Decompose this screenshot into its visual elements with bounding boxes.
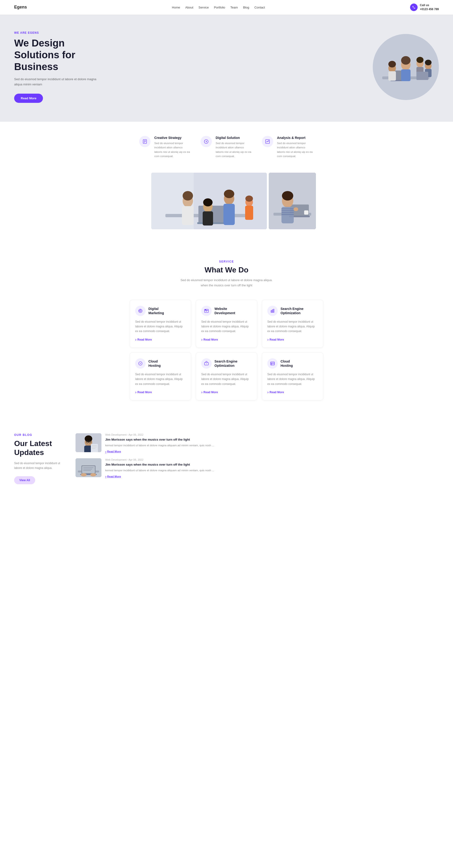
hero-content: WE ARE EGENS We Design Solutions for Bus… bbox=[14, 31, 104, 103]
svg-rect-49 bbox=[304, 210, 308, 215]
nav-logo[interactable]: Egens bbox=[14, 5, 27, 10]
service-card-header-5: Search EngineOptimization bbox=[201, 358, 252, 369]
blog-post-1-description: kemod tempor incididunt ut labore et dol… bbox=[105, 443, 214, 447]
cloud-hosting-icon bbox=[135, 358, 146, 369]
features-section: Creative Strategy Sed do eiusmod tempor … bbox=[0, 122, 453, 173]
services-grid: DigitalMarketing Sed do eiusmod tempor i… bbox=[130, 300, 323, 400]
service-card-header-3: Search EngineOptimization bbox=[267, 306, 318, 316]
service-name-2: WebsiteDevelopment bbox=[214, 307, 235, 315]
hero-image bbox=[373, 34, 439, 100]
seo-icon-2 bbox=[201, 358, 212, 369]
service-title: What We Do bbox=[14, 266, 439, 274]
blog-left-content: OUR BLOG Our Latest Updates Sed do eiusm… bbox=[14, 433, 66, 484]
service-card-seo-1: Search EngineOptimization Sed do eiusmod… bbox=[262, 300, 323, 348]
svg-rect-54 bbox=[281, 212, 294, 213]
blog-post-2: Web Development · Apr 06, 2022 Jim Moris… bbox=[76, 458, 439, 478]
feature-analysis-report: Analysis & Report Sed do eiusmod tempor … bbox=[262, 136, 314, 158]
service-desc-6: Sed do eiusmod tempor incididunt ut labo… bbox=[267, 372, 318, 386]
nav-team[interactable]: Team bbox=[230, 6, 238, 9]
svg-rect-5 bbox=[401, 69, 411, 81]
feature-digital-solution: Digital Solution Sed do eiusmod tempor i… bbox=[201, 136, 252, 158]
svg-rect-16 bbox=[417, 72, 428, 80]
service-desc-4: Sed do eiusmod tempor incididunt ut labo… bbox=[135, 372, 186, 386]
svg-point-22 bbox=[206, 141, 206, 142]
service-desc-1: Sed do eiusmod tempor incididunt ut labo… bbox=[135, 319, 186, 334]
blog-image-1 bbox=[76, 433, 101, 452]
svg-point-80 bbox=[85, 435, 92, 442]
svg-point-98 bbox=[90, 473, 96, 476]
service-card-seo-2: Search EngineOptimization Sed do eiusmod… bbox=[196, 352, 257, 400]
blog-post-2-content: Web Development · Apr 06, 2022 Jim Moris… bbox=[105, 458, 214, 478]
svg-point-43 bbox=[245, 195, 253, 202]
svg-point-57 bbox=[294, 207, 298, 211]
svg-point-65 bbox=[206, 309, 206, 310]
svg-rect-42 bbox=[245, 206, 253, 220]
service-card-header-6: CloudHosting bbox=[267, 358, 318, 369]
service-read-more-2[interactable]: Read More bbox=[201, 338, 252, 342]
svg-point-12 bbox=[417, 57, 423, 63]
cloud-hosting-icon-2 bbox=[267, 358, 278, 369]
blog-image-2 bbox=[76, 458, 101, 477]
nav-call-text: Call us +0123 456 789 bbox=[420, 3, 439, 11]
blog-post-1-meta: Web Development · Apr 06, 2022 bbox=[105, 433, 214, 436]
blog-post-1-content: Web Development · Apr 06, 2022 Jim Moris… bbox=[105, 433, 214, 454]
service-name-3: Search EngineOptimization bbox=[280, 307, 303, 315]
view-all-button[interactable]: View All bbox=[14, 476, 35, 484]
svg-rect-72 bbox=[271, 362, 275, 365]
hero-cta-button[interactable]: Read More bbox=[14, 94, 43, 103]
service-name-4: CloudHosting bbox=[148, 359, 161, 368]
nav-about[interactable]: About bbox=[185, 6, 193, 9]
nav-call: Call us +0123 456 789 bbox=[410, 3, 439, 11]
service-tag: SERVICE bbox=[14, 260, 439, 263]
service-read-more-3[interactable]: Read More bbox=[267, 338, 318, 342]
digital-marketing-icon bbox=[135, 306, 146, 316]
gallery-image-1 bbox=[151, 173, 267, 229]
service-read-more-5[interactable]: Read More bbox=[201, 390, 252, 394]
svg-point-97 bbox=[81, 473, 87, 476]
feature-creative-strategy-text: Creative Strategy Sed do eiusmod tempor … bbox=[154, 136, 191, 158]
seo-icon-1 bbox=[267, 306, 278, 316]
svg-point-34 bbox=[183, 191, 193, 200]
hero-tag: WE ARE EGENS bbox=[14, 31, 104, 34]
svg-rect-8 bbox=[388, 71, 396, 81]
feature-creative-strategy: Creative Strategy Sed do eiusmod tempor … bbox=[139, 136, 191, 158]
service-card-header-1: DigitalMarketing bbox=[135, 306, 186, 316]
analysis-report-icon bbox=[262, 136, 273, 147]
service-card-header-2: WebsiteDevelopment bbox=[201, 306, 252, 316]
blog-read-more-1[interactable]: Read More bbox=[105, 450, 214, 454]
service-section: SERVICE What We Do Sed do eiusmod tempor… bbox=[0, 243, 453, 417]
feature-analysis-report-text: Analysis & Report Sed do eiusmod tempor … bbox=[277, 136, 314, 158]
feature-digital-solution-text: Digital Solution Sed do eiusmod tempor i… bbox=[216, 136, 252, 158]
blog-section: OUR BLOG Our Latest Updates Sed do eiusm… bbox=[0, 417, 453, 501]
svg-point-15 bbox=[425, 60, 431, 65]
gallery-section bbox=[0, 173, 453, 243]
service-description: Sed do eiusmod tempor incididunt ut labo… bbox=[179, 278, 274, 288]
service-name-1: DigitalMarketing bbox=[148, 307, 164, 315]
svg-point-40 bbox=[224, 190, 234, 198]
nav-service[interactable]: Service bbox=[199, 6, 209, 9]
navbar: Egens Home About Service Portfolio Team … bbox=[0, 0, 453, 14]
nav-blog[interactable]: Blog bbox=[243, 6, 249, 9]
nav-portfolio[interactable]: Portfolio bbox=[214, 6, 225, 9]
creative-strategy-icon bbox=[139, 136, 151, 147]
hero-description: Sed do eiusmod tempor incididunt ut labo… bbox=[14, 76, 104, 87]
service-card-website-development: WebsiteDevelopment Sed do eiusmod tempor… bbox=[196, 300, 257, 348]
svg-rect-55 bbox=[281, 214, 294, 215]
blog-description: Sed do eiusmod tempor incididunt ut labo… bbox=[14, 461, 66, 470]
service-desc-2: Sed do eiusmod tempor incididunt ut labo… bbox=[201, 319, 252, 334]
hero-section: WE ARE EGENS We Design Solutions for Bus… bbox=[0, 14, 453, 122]
blog-read-more-2[interactable]: Read More bbox=[105, 474, 214, 478]
nav-contact[interactable]: Contact bbox=[254, 6, 265, 9]
service-read-more-6[interactable]: Read More bbox=[267, 390, 318, 394]
service-read-more-1[interactable]: Read More bbox=[135, 338, 186, 342]
svg-rect-52 bbox=[281, 209, 294, 209]
svg-rect-39 bbox=[223, 204, 235, 225]
service-read-more-4[interactable]: Read More bbox=[135, 390, 186, 394]
nav-home[interactable]: Home bbox=[172, 6, 180, 9]
hero-title: We Design Solutions for Business bbox=[14, 37, 104, 73]
blog-title: Our Latest Updates bbox=[14, 439, 66, 457]
blog-tag: OUR BLOG bbox=[14, 433, 66, 437]
blog-post-2-title: Jim Morisson says when the musics over t… bbox=[105, 463, 214, 467]
service-desc-5: Sed do eiusmod tempor incididunt ut labo… bbox=[201, 372, 252, 386]
digital-solution-icon bbox=[201, 136, 212, 147]
